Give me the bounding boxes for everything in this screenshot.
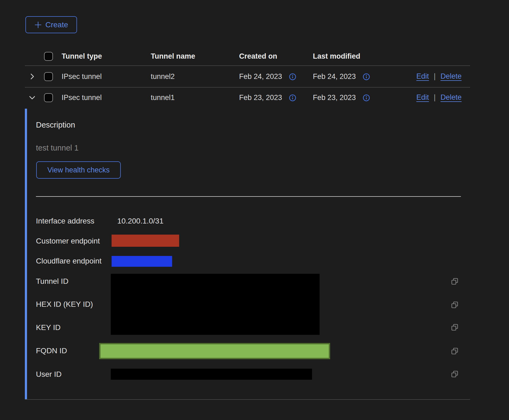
cloudflare-endpoint-label: Cloudflare endpoint [36, 257, 102, 265]
row-actions: Edit | Delete [416, 93, 462, 102]
last-modified-cell: Feb 23, 2023 [313, 93, 370, 102]
create-button-label: Create [45, 21, 68, 29]
fqdn-id-redaction [99, 343, 330, 359]
info-icon[interactable] [362, 73, 370, 81]
created-on-value: Feb 24, 2023 [239, 72, 282, 81]
copy-icon[interactable] [451, 347, 459, 355]
last-modified-value: Feb 23, 2023 [313, 93, 356, 102]
customer-endpoint-redaction [112, 235, 179, 247]
select-all-checkbox[interactable] [44, 52, 53, 61]
tunnels-page: Create Tunnel type Tunnel name Created o… [0, 0, 509, 420]
chevron-down-icon[interactable] [28, 93, 36, 102]
divider [25, 87, 470, 88]
row-actions: Edit | Delete [416, 72, 462, 81]
copy-icon[interactable] [451, 323, 459, 331]
chevron-right-icon[interactable] [28, 72, 36, 81]
customer-endpoint-label: Customer endpoint [36, 237, 100, 245]
delete-link[interactable]: Delete [441, 72, 462, 81]
info-icon[interactable] [289, 94, 297, 102]
description-text: test tunnel 1 [36, 144, 79, 152]
column-header-created-on: Created on [239, 52, 277, 61]
divider [25, 65, 470, 66]
copy-icon[interactable] [451, 370, 459, 378]
user-id-label: User ID [36, 370, 62, 378]
copy-icon[interactable] [451, 301, 459, 309]
copy-icon[interactable] [451, 277, 459, 285]
expanded-row-indicator-bar [25, 109, 27, 399]
column-header-last-modified: Last modified [313, 52, 360, 61]
info-icon[interactable] [362, 94, 370, 102]
row-checkbox[interactable] [44, 72, 53, 81]
tunnel-type-cell: IPsec tunnel [62, 93, 102, 102]
tunnel-type-cell: IPsec tunnel [62, 72, 102, 81]
info-icon[interactable] [289, 73, 297, 81]
key-id-label: KEY ID [36, 323, 61, 332]
user-id-redaction [111, 369, 312, 380]
delete-link[interactable]: Delete [441, 93, 462, 102]
tunnel-name-cell: tunnel2 [151, 72, 175, 81]
plus-icon [34, 21, 42, 29]
tunnel-name-cell: tunnel1 [151, 93, 175, 102]
edit-link[interactable]: Edit [416, 72, 429, 81]
column-header-tunnel-name: Tunnel name [151, 52, 195, 61]
last-modified-value: Feb 24, 2023 [313, 72, 356, 81]
created-on-value: Feb 23, 2023 [239, 93, 282, 102]
created-on-cell: Feb 24, 2023 [239, 72, 297, 81]
hex-id-label: HEX ID (KEY ID) [36, 300, 93, 308]
fqdn-id-label: FQDN ID [36, 346, 67, 355]
column-header-tunnel-type: Tunnel type [62, 52, 102, 61]
tunnel-id-label: Tunnel ID [36, 277, 68, 285]
divider [36, 196, 461, 197]
created-on-cell: Feb 23, 2023 [239, 93, 297, 102]
row-checkbox[interactable] [44, 93, 53, 102]
last-modified-cell: Feb 24, 2023 [313, 72, 370, 81]
description-heading: Description [36, 121, 75, 129]
interface-address-value: 10.200.1.0/31 [117, 217, 163, 225]
action-separator: | [434, 93, 436, 102]
action-separator: | [434, 72, 436, 81]
cloudflare-endpoint-redaction [112, 256, 172, 267]
create-button[interactable]: Create [25, 16, 77, 33]
view-health-checks-button[interactable]: View health checks [36, 161, 121, 179]
interface-address-label: Interface address [36, 217, 94, 225]
divider [25, 399, 470, 400]
edit-link[interactable]: Edit [416, 93, 429, 102]
ids-redaction [111, 274, 320, 335]
